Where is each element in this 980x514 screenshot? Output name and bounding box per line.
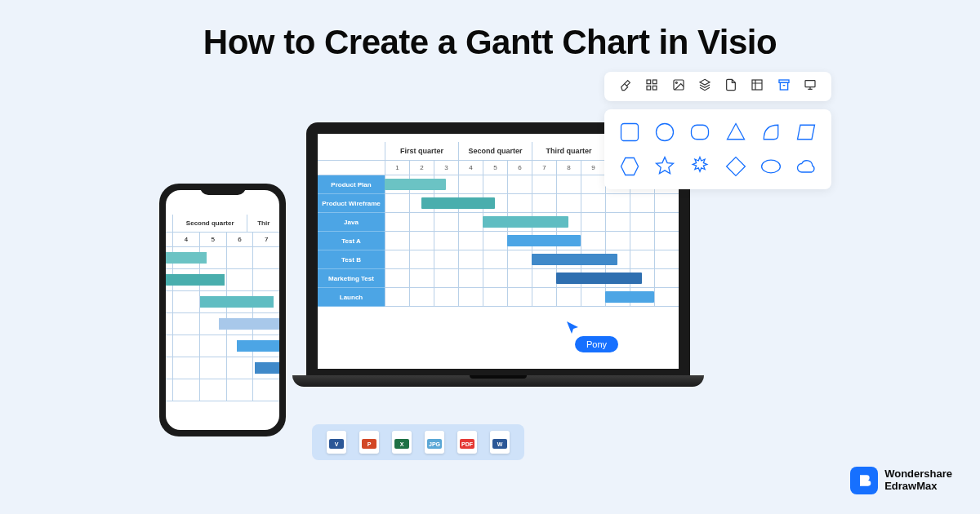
task-name: Product Wireframe xyxy=(318,194,385,213)
ppt-file-icon[interactable]: P xyxy=(359,431,379,454)
pdf-file-icon[interactable]: PDF xyxy=(457,431,477,454)
gantt-row: Launch xyxy=(318,288,679,307)
task-name: Launch xyxy=(318,288,385,307)
excel-file-icon[interactable]: X xyxy=(392,431,412,454)
document-icon[interactable] xyxy=(724,78,737,95)
quarter-header: Second quarter xyxy=(458,142,532,160)
shape-square[interactable] xyxy=(617,121,641,144)
tool-toolbar xyxy=(604,72,831,101)
gantt-bar[interactable] xyxy=(507,235,581,246)
gantt-row: Java xyxy=(318,213,679,232)
gantt-bar[interactable] xyxy=(605,291,654,303)
phone-month: 4 xyxy=(172,233,199,246)
shape-diamond[interactable] xyxy=(724,155,747,178)
month-header: 8 xyxy=(556,161,581,175)
gantt-bar[interactable] xyxy=(556,273,642,284)
shape-star[interactable] xyxy=(653,155,676,178)
svg-point-5 xyxy=(675,82,677,83)
shapes-panel xyxy=(604,109,831,189)
shape-hexagon[interactable] xyxy=(617,155,641,178)
gantt-row: Marketing Test xyxy=(318,269,679,288)
shape-circle[interactable] xyxy=(653,121,676,144)
month-header: 7 xyxy=(532,161,556,175)
phone-gantt-row xyxy=(166,291,279,313)
svg-rect-1 xyxy=(653,80,657,84)
export-formats-bar: V P X JPG PDF W xyxy=(312,424,524,460)
word-file-icon[interactable]: W xyxy=(490,431,510,454)
month-header: 3 xyxy=(434,161,458,175)
svg-point-11 xyxy=(656,124,673,141)
shape-leaf[interactable] xyxy=(759,121,782,144)
table-icon[interactable] xyxy=(751,78,764,95)
eraser-icon[interactable] xyxy=(619,78,632,95)
archive-icon[interactable] xyxy=(777,78,791,95)
gantt-row: Test A xyxy=(318,232,679,250)
month-header: 9 xyxy=(581,161,605,175)
task-name: Java xyxy=(318,213,385,232)
phone-gantt-row xyxy=(166,357,279,379)
quarter-header: First quarter xyxy=(385,142,458,160)
svg-rect-0 xyxy=(647,80,651,84)
month-header: 6 xyxy=(507,161,532,175)
layers-icon[interactable] xyxy=(698,78,711,95)
grid-icon[interactable] xyxy=(645,78,658,95)
gantt-bar[interactable] xyxy=(532,254,617,265)
svg-rect-3 xyxy=(653,86,657,90)
image-icon[interactable] xyxy=(672,78,685,95)
shape-parallelogram[interactable] xyxy=(795,121,818,144)
svg-rect-8 xyxy=(780,82,787,90)
edrawmax-logo-icon xyxy=(850,467,878,494)
task-name: Test B xyxy=(318,250,385,269)
svg-rect-10 xyxy=(621,124,638,141)
svg-rect-9 xyxy=(805,81,815,87)
phone-gantt-row xyxy=(166,313,279,335)
shape-cloud[interactable] xyxy=(795,155,818,178)
svg-rect-6 xyxy=(752,80,762,90)
phone-quarter: Thir xyxy=(247,215,279,232)
gantt-bar[interactable] xyxy=(483,216,568,228)
phone-gantt-row xyxy=(166,247,279,269)
shape-burst[interactable] xyxy=(688,155,712,178)
gantt-bar[interactable] xyxy=(385,179,446,190)
logo-line1: Wondershare xyxy=(884,468,952,481)
jpg-file-icon[interactable]: JPG xyxy=(425,431,444,454)
phone-gantt-row xyxy=(166,335,279,357)
phone-gantt-row xyxy=(166,269,279,291)
shape-rounded[interactable] xyxy=(688,121,712,144)
phone-month: 6 xyxy=(226,233,253,246)
phone-gantt-row xyxy=(166,379,279,401)
quarter-header: Third quarter xyxy=(532,142,605,160)
logo-line2: EdrawMax xyxy=(884,481,952,493)
shape-triangle[interactable] xyxy=(724,121,747,144)
month-header: 4 xyxy=(458,161,483,175)
brand-logo: Wondershare EdrawMax xyxy=(850,467,952,494)
visio-file-icon[interactable]: V xyxy=(327,431,346,454)
shape-ellipse[interactable] xyxy=(759,155,782,178)
phone-mockup: Second quarter Thir 4 5 6 7 xyxy=(159,184,286,436)
phone-quarter: Second quarter xyxy=(172,215,247,232)
user-cursor-badge: Pony xyxy=(575,336,618,352)
svg-rect-2 xyxy=(647,86,651,90)
phone-month: 7 xyxy=(252,233,279,246)
present-icon[interactable] xyxy=(804,78,817,95)
gantt-bar[interactable] xyxy=(421,197,495,209)
svg-point-13 xyxy=(762,160,781,173)
month-header: 2 xyxy=(409,161,434,175)
month-header: 5 xyxy=(483,161,507,175)
task-name: Product Plan xyxy=(318,175,385,194)
page-title: How to Create a Gantt Chart in Visio xyxy=(0,23,980,62)
phone-month: 5 xyxy=(199,233,226,246)
gantt-row: Product Wireframe xyxy=(318,194,679,213)
month-header: 1 xyxy=(385,161,409,175)
task-name: Marketing Test xyxy=(318,269,385,288)
svg-rect-12 xyxy=(692,125,709,140)
task-name: Test A xyxy=(318,232,385,250)
gantt-row: Test B xyxy=(318,250,679,269)
